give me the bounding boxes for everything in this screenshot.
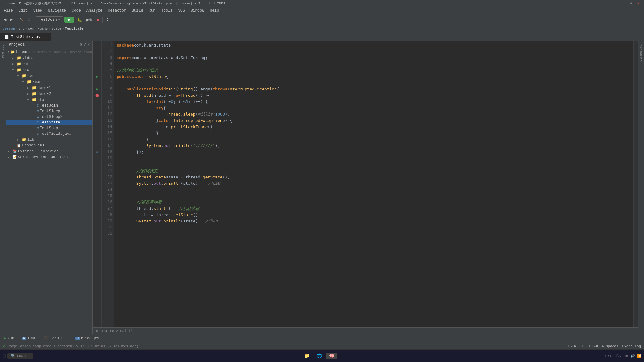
structure-panel-btn[interactable]: Structure bbox=[639, 43, 643, 63]
todo-tool-btn[interactable]: 6 TODO bbox=[18, 335, 40, 342]
tab-teststate[interactable]: 📄 TestState.java ✕ bbox=[0, 33, 51, 41]
status-encoding[interactable]: UTF-8 bbox=[588, 344, 598, 348]
tree-com[interactable]: ▼ 📁 com bbox=[6, 73, 92, 79]
tree-src[interactable]: ▼ 📁 src bbox=[6, 67, 92, 73]
folder-icon-state: 📁 bbox=[32, 97, 36, 102]
file-icon-testyield: C bbox=[37, 132, 39, 136]
toolbar-settings[interactable]: ⚙ bbox=[26, 17, 32, 22]
window-controls[interactable]: ─ □ ✕ bbox=[620, 1, 641, 6]
toolbar-sep-3 bbox=[102, 17, 103, 23]
debug-button[interactable]: 🐛 bbox=[75, 17, 84, 23]
code-line-2 bbox=[117, 48, 631, 55]
menu-tools[interactable]: Tools bbox=[159, 8, 175, 14]
status-lf[interactable]: LF bbox=[580, 344, 584, 348]
menu-code[interactable]: Code bbox=[69, 8, 83, 14]
menu-run[interactable]: Run bbox=[146, 8, 158, 14]
tree-label-lesson: Lesson bbox=[16, 50, 30, 54]
menu-refactor[interactable]: Refactor bbox=[105, 8, 129, 14]
editor-content[interactable]: ▶ ▶ ⬤ ◇ bbox=[93, 41, 638, 327]
taskbar-app-intellij[interactable]: 🧠 bbox=[326, 353, 337, 359]
tree-scratches[interactable]: ▶ 📝 Scratches and Consoles bbox=[6, 154, 92, 160]
code-line-11: try { bbox=[117, 105, 631, 111]
taskbar-app-chrome[interactable]: 🌐 bbox=[314, 353, 325, 359]
menu-help[interactable]: Help bbox=[207, 8, 221, 14]
file-icon-iml: 📋 bbox=[17, 144, 21, 148]
bc-src[interactable]: src bbox=[18, 27, 25, 30]
toolbar-more[interactable]: ⋮ bbox=[104, 17, 110, 22]
tree-path-lesson: F:\教学\班级\购课代码\Thread\Lesson bbox=[32, 50, 92, 54]
tree-out[interactable]: ▶ 📁 out bbox=[6, 61, 92, 67]
tree-testsleep[interactable]: C TestSleep bbox=[6, 108, 92, 114]
tree-teststate[interactable]: C TestState bbox=[6, 120, 92, 125]
run-tool-btn[interactable]: ▶ Run bbox=[0, 335, 18, 342]
menu-navigate[interactable]: Navigate bbox=[45, 8, 69, 14]
messages-label: Messages bbox=[81, 336, 99, 341]
toolbar: ◀ ▶ 🔨 ⚙ TestJoin ▾ ▶ 🐛 ▶% ■ ⋮ bbox=[0, 14, 644, 25]
tree-label-testjoin: TestJoin bbox=[40, 103, 58, 108]
ln-16: 16 bbox=[102, 136, 112, 143]
maximize-button[interactable]: □ bbox=[628, 1, 634, 6]
code-line-19 bbox=[117, 155, 631, 162]
run-with-coverage[interactable]: ▶% bbox=[85, 17, 94, 23]
sidebar-action-close[interactable]: ✕ bbox=[88, 42, 90, 47]
menu-view[interactable]: View bbox=[31, 8, 45, 14]
close-button[interactable]: ✕ bbox=[635, 1, 641, 6]
status-left: ✓ Compilation completed successfully in … bbox=[3, 344, 139, 348]
messages-num: 0 bbox=[75, 337, 80, 340]
sidebar-action-gear[interactable]: ⚙ bbox=[80, 42, 82, 47]
menu-analyze[interactable]: Analyze bbox=[84, 8, 105, 14]
gutter-2 bbox=[93, 48, 101, 55]
tree-arrow-scratches: ▶ bbox=[8, 156, 11, 159]
gutter-16 bbox=[93, 136, 101, 143]
tree-idea[interactable]: ▶ 📁 .idea bbox=[6, 55, 92, 61]
menu-edit[interactable]: Edit bbox=[16, 8, 30, 14]
tree-testsleep2[interactable]: C TestSleep2 bbox=[6, 114, 92, 120]
tree-demo01[interactable]: ▶ 📁 demo01 bbox=[6, 85, 92, 91]
stripe-project[interactable]: Project bbox=[1, 43, 5, 59]
toolbar-back[interactable]: ◀ bbox=[3, 17, 8, 22]
menu-build[interactable]: Build bbox=[129, 8, 146, 14]
ln-11: 11 bbox=[102, 105, 112, 111]
code-panel[interactable]: package com.kuang.state; import com.sun.… bbox=[114, 41, 633, 327]
status-position[interactable]: 25:6 bbox=[568, 344, 576, 348]
gutter-10 bbox=[93, 99, 101, 105]
messages-tool-btn[interactable]: 0 Messages bbox=[72, 335, 103, 342]
sidebar-action-expand[interactable]: ⤢ bbox=[83, 42, 86, 47]
tree-testyield[interactable]: C TestYield.java bbox=[6, 131, 92, 137]
toolbar-build[interactable]: 🔨 bbox=[18, 17, 25, 22]
sidebar-actions[interactable]: ⚙ ⤢ ✕ bbox=[80, 42, 90, 47]
taskbar-search[interactable]: 🔍 Search bbox=[7, 353, 33, 359]
bc-com[interactable]: com bbox=[28, 27, 34, 30]
tree-label-scratches: Scratches and Consoles bbox=[18, 155, 68, 160]
stop-button[interactable]: ■ bbox=[95, 17, 100, 23]
menu-vcs[interactable]: VCS bbox=[176, 8, 188, 14]
bc-lesson[interactable]: Lesson bbox=[3, 27, 15, 30]
editor-footer-breadcrumb: TestState > main() bbox=[93, 327, 638, 334]
bc-state[interactable]: state bbox=[51, 27, 62, 30]
toolbar-forward[interactable]: ▶ bbox=[9, 17, 14, 22]
tree-teststop[interactable]: C TestStop bbox=[6, 125, 92, 131]
run-button[interactable]: ▶ bbox=[64, 17, 74, 23]
event-log-btn[interactable]: Event Log bbox=[622, 344, 641, 348]
tree-lesson[interactable]: ▼ 📁 Lesson F:\教学\班级\购课代码\Thread\Lesson bbox=[6, 49, 92, 55]
run-config-selector[interactable]: TestJoin ▾ bbox=[36, 16, 63, 23]
menu-file[interactable]: File bbox=[1, 8, 15, 14]
tab-close-icon[interactable]: ✕ bbox=[45, 35, 47, 39]
tree-label-demo01: demo01 bbox=[37, 86, 51, 90]
title-text: Lesson [F:\教学\班级\购课代码\Thread\Lesson] – .… bbox=[3, 1, 225, 6]
tree-state[interactable]: ▼ 📁 state bbox=[6, 97, 92, 103]
tree-extlib[interactable]: ▶ 📚 External Libraries bbox=[6, 148, 92, 154]
menu-window[interactable]: Window bbox=[188, 8, 207, 14]
taskbar-app-explorer[interactable]: 📁 bbox=[302, 353, 312, 359]
folder-icon-lib: 📁 bbox=[22, 137, 26, 142]
terminal-tool-btn[interactable]: ⬛ Terminal bbox=[40, 335, 72, 342]
tree-lib[interactable]: ▶ 📁 lib bbox=[6, 137, 92, 143]
tree-lessonxml[interactable]: 📋 Lesson.iml bbox=[6, 143, 92, 148]
tree-demo02[interactable]: ▶ 📁 demo02 bbox=[6, 91, 92, 97]
windows-start[interactable]: ⊞ bbox=[3, 353, 6, 359]
tree-kuang[interactable]: ▼ 📁 kuang bbox=[6, 79, 92, 85]
tree-testjoin[interactable]: C TestJoin bbox=[6, 103, 92, 108]
minimize-button[interactable]: ─ bbox=[620, 1, 626, 6]
bc-kuang[interactable]: kuang bbox=[37, 27, 48, 30]
bc-teststate[interactable]: TestState bbox=[65, 27, 83, 30]
